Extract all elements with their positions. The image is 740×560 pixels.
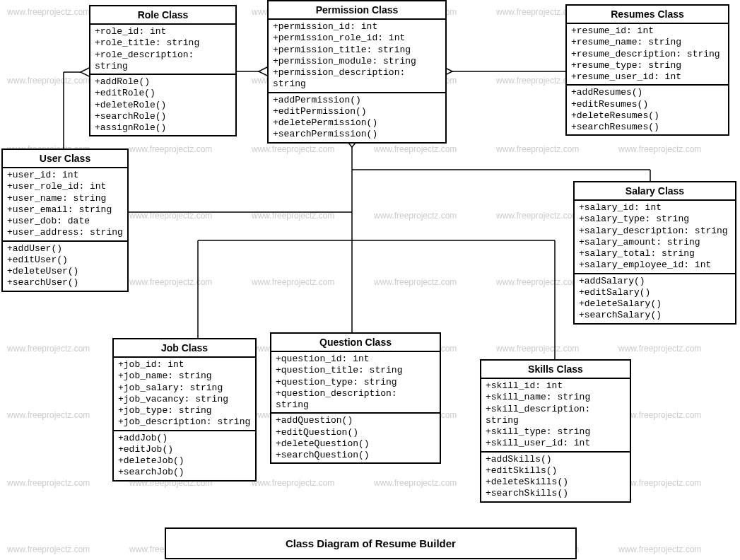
text-line: +job_type: string xyxy=(118,405,251,416)
text-line: +question_id: int xyxy=(276,354,435,365)
watermark-text: www.freeprojectz.com xyxy=(618,344,701,354)
watermark-text: www.freeprojectz.com xyxy=(374,144,457,154)
text-line: +permission_role_id: int xyxy=(273,33,441,44)
watermark-text: www.freeprojectz.com xyxy=(7,344,90,354)
methods: +addUser()+editUser()+deleteUser()+searc… xyxy=(3,242,127,291)
class-title: Permission Class xyxy=(269,1,445,20)
attrs: +role_id: int+role_title: string+role_de… xyxy=(90,25,235,75)
class-salary: Salary Class +salary_id: int+salary_type… xyxy=(573,181,736,325)
text-line: +question_description: string xyxy=(276,388,435,412)
watermark-text: www.freeprojectz.com xyxy=(618,544,701,554)
class-title: User Class xyxy=(3,150,127,168)
text-line: +searchQuestion() xyxy=(276,450,435,461)
text-line: +permission_description: string xyxy=(273,67,441,91)
text-line: +deleteSkills() xyxy=(486,477,626,488)
text-line: +user_dob: date xyxy=(7,216,123,227)
text-line: +editSalary() xyxy=(579,287,731,298)
text-line: +editResumes() xyxy=(571,99,724,110)
text-line: +deleteJob() xyxy=(118,455,251,467)
text-line: +permission_id: int xyxy=(273,21,441,33)
watermark-text: www.freeprojectz.com xyxy=(496,211,579,221)
attrs: +resume_id: int+resume_name: string+resu… xyxy=(567,24,728,86)
text-line: +salary_id: int xyxy=(579,202,731,214)
text-line: +searchSalary() xyxy=(579,310,731,321)
watermark-text: www.freeprojectz.com xyxy=(252,211,334,221)
text-line: +job_vacancy: string xyxy=(118,394,251,405)
class-title: Question Class xyxy=(271,334,440,352)
text-line: +resume_user_id: int xyxy=(571,71,724,83)
text-line: +deletePermission() xyxy=(273,117,441,129)
text-line: +job_name: string xyxy=(118,371,251,382)
text-line: +job_id: int xyxy=(118,359,251,371)
watermark-text: www.freeprojectz.com xyxy=(7,544,90,554)
class-resumes: Resumes Class +resume_id: int+resume_nam… xyxy=(565,4,729,136)
text-line: +skill_description: string xyxy=(486,404,626,427)
text-line: +searchSkills() xyxy=(486,488,626,499)
text-line: +searchUser() xyxy=(7,277,123,288)
text-line: +user_id: int xyxy=(7,170,123,181)
watermark-text: www.freeprojectz.com xyxy=(7,478,90,488)
class-permission: Permission Class +permission_id: int+per… xyxy=(267,0,447,144)
class-title: Role Class xyxy=(90,6,235,25)
class-title: Skills Class xyxy=(481,361,630,379)
text-line: +user_email: string xyxy=(7,204,123,216)
text-line: +addJob() xyxy=(118,433,251,444)
text-line: +editQuestion() xyxy=(276,427,435,438)
watermark-text: www.freeprojectz.com xyxy=(7,7,90,17)
text-line: +addSkills() xyxy=(486,454,626,465)
watermark-text: www.freeprojectz.com xyxy=(374,211,457,221)
class-title: Resumes Class xyxy=(567,6,728,24)
attrs: +skill_id: int+skill_name: string+skill_… xyxy=(481,379,630,453)
class-user: User Class +user_id: int+user_role_id: i… xyxy=(1,148,129,292)
watermark-text: www.freeprojectz.com xyxy=(7,410,90,420)
text-line: +resume_description: string xyxy=(571,49,724,60)
text-line: +skill_user_id: int xyxy=(486,438,626,449)
text-line: +deleteResumes() xyxy=(571,110,724,122)
text-line: +addUser() xyxy=(7,243,123,255)
watermark-text: www.freeprojectz.com xyxy=(496,344,579,354)
text-line: +resume_name: string xyxy=(571,37,724,48)
text-line: +deleteSalary() xyxy=(579,298,731,310)
class-role: Role Class +role_id: int+role_title: str… xyxy=(89,5,237,136)
watermark-text: www.freeprojectz.com xyxy=(374,277,457,287)
text-line: +deleteQuestion() xyxy=(276,438,435,450)
methods: +addPermission()+editPermission()+delete… xyxy=(269,93,445,142)
watermark-text: www.freeprojectz.com xyxy=(129,144,212,154)
attrs: +user_id: int+user_role_id: int+user_nam… xyxy=(3,168,127,242)
text-line: +user_role_id: int xyxy=(7,181,123,192)
text-line: +skill_type: string xyxy=(486,426,626,438)
text-line: +editJob() xyxy=(118,444,251,455)
class-job: Job Class +job_id: int+job_name: string+… xyxy=(112,338,257,482)
methods: +addSalary()+editSalary()+deleteSalary()… xyxy=(575,274,735,323)
methods: +addJob()+editJob()+deleteJob()+searchJo… xyxy=(114,431,255,480)
text-line: +question_title: string xyxy=(276,365,435,376)
text-line: +deleteUser() xyxy=(7,266,123,277)
watermark-text: www.freeprojectz.com xyxy=(374,478,457,488)
class-skills: Skills Class +skill_id: int+skill_name: … xyxy=(480,359,631,503)
watermark-text: www.freeprojectz.com xyxy=(252,277,334,287)
attrs: +permission_id: int+permission_role_id: … xyxy=(269,20,445,93)
watermark-text: www.freeprojectz.com xyxy=(129,211,212,221)
attrs: +job_id: int+job_name: string+job_salary… xyxy=(114,358,255,431)
text-line: +addPermission() xyxy=(273,95,441,106)
watermark-text: www.freeprojectz.com xyxy=(252,478,334,488)
text-line: +addSalary() xyxy=(579,276,731,287)
text-line: +assignRole() xyxy=(95,122,231,134)
class-title: Salary Class xyxy=(575,182,735,201)
text-line: +job_description: string xyxy=(118,416,251,428)
watermark-text: www.freeprojectz.com xyxy=(496,277,579,287)
text-line: +salary_employee_id: int xyxy=(579,259,731,271)
text-line: +job_salary: string xyxy=(118,383,251,394)
text-line: +role_title: string xyxy=(95,37,231,49)
text-line: +searchResumes() xyxy=(571,122,724,133)
attrs: +salary_id: int+salary_type: string+sala… xyxy=(575,201,735,274)
text-line: +salary_amount: string xyxy=(579,237,731,248)
watermark-text: www.freeprojectz.com xyxy=(618,144,701,154)
text-line: +resume_id: int xyxy=(571,25,724,37)
text-line: +permission_module: string xyxy=(273,56,441,67)
text-line: +searchRole() xyxy=(95,111,231,122)
methods: +addResumes()+editResumes()+deleteResume… xyxy=(567,86,728,134)
text-line: +editSkills() xyxy=(486,465,626,477)
text-line: +salary_description: string xyxy=(579,226,731,237)
text-line: +addResumes() xyxy=(571,87,724,98)
